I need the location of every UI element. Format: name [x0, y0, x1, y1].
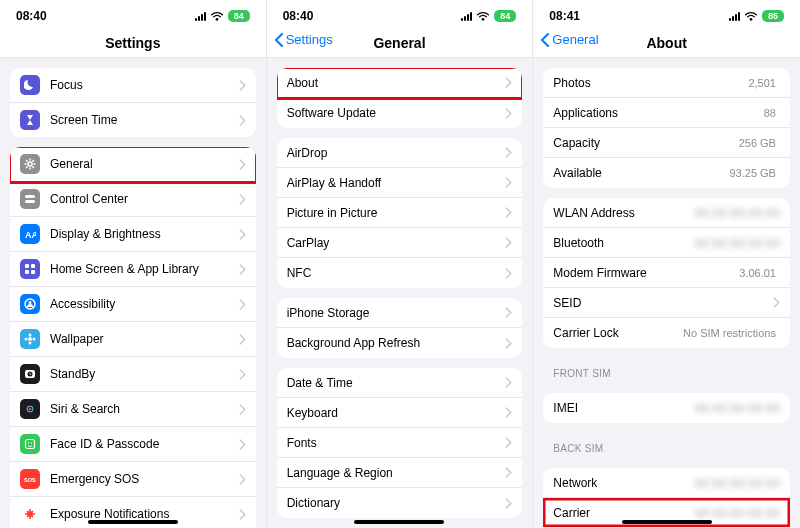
row-seid[interactable]: SEID: [543, 288, 790, 318]
chevron-right-icon: [239, 509, 246, 520]
screen-2: 08:4185GeneralAboutPhotos2,501Applicatio…: [533, 0, 800, 528]
row-about[interactable]: About: [277, 68, 523, 98]
row-label: AirDrop: [287, 146, 506, 160]
signal-icon: [729, 11, 740, 21]
row-pip[interactable]: Picture in Picture: [277, 198, 523, 228]
row-focus[interactable]: Focus: [10, 68, 256, 103]
home-indicator[interactable]: [88, 520, 178, 524]
flower-icon: [20, 329, 40, 349]
row-bg-refresh[interactable]: Background App Refresh: [277, 328, 523, 358]
row-label: Focus: [50, 78, 239, 92]
row-dictionary[interactable]: Dictionary: [277, 488, 523, 518]
row-photos[interactable]: Photos2,501: [543, 68, 790, 98]
home-indicator[interactable]: [354, 520, 444, 524]
row-sos[interactable]: Emergency SOS: [10, 462, 256, 497]
row-general[interactable]: General: [10, 147, 256, 182]
row-imei[interactable]: IMEIXX XX XX XX XX: [543, 393, 790, 423]
back-button[interactable]: General: [539, 32, 598, 47]
row-label: iPhone Storage: [287, 306, 506, 320]
chevron-right-icon: [505, 498, 512, 509]
chevron-right-icon: [239, 264, 246, 275]
nav-bar: Settings: [0, 28, 266, 58]
row-label: StandBy: [50, 367, 239, 381]
row-value: 2,501: [748, 77, 776, 89]
row-label: Face ID & Passcode: [50, 437, 239, 451]
row-display[interactable]: Display & Brightness: [10, 217, 256, 252]
status-time: 08:41: [549, 9, 580, 23]
hourglass-icon: [20, 110, 40, 130]
text-icon: [20, 224, 40, 244]
page-title: About: [646, 35, 686, 51]
chevron-right-icon: [505, 237, 512, 248]
row-label: Exposure Notifications: [50, 507, 239, 521]
row-fonts[interactable]: Fonts: [277, 428, 523, 458]
row-label: Carrier Lock: [553, 326, 683, 340]
row-home-screen[interactable]: Home Screen & App Library: [10, 252, 256, 287]
settings-group: Photos2,501Applications88Capacity256 GBA…: [543, 68, 790, 188]
row-value-hidden: XX XX XX XX XX: [694, 477, 780, 489]
row-airplay[interactable]: AirPlay & Handoff: [277, 168, 523, 198]
row-control-center[interactable]: Control Center: [10, 182, 256, 217]
chevron-right-icon: [505, 207, 512, 218]
status-bar: 08:4084: [267, 0, 533, 28]
signal-icon: [195, 11, 206, 21]
row-language[interactable]: Language & Region: [277, 458, 523, 488]
chevron-right-icon: [239, 369, 246, 380]
row-value-hidden: XX XX XX XX XX: [694, 507, 780, 519]
row-wallpaper[interactable]: Wallpaper: [10, 322, 256, 357]
row-label: AirPlay & Handoff: [287, 176, 506, 190]
section-header: BACK SIM: [533, 433, 800, 458]
chevron-right-icon: [239, 229, 246, 240]
row-apps[interactable]: Applications88: [543, 98, 790, 128]
clock-icon: [20, 364, 40, 384]
row-software-update[interactable]: Software Update: [277, 98, 523, 128]
home-indicator[interactable]: [622, 520, 712, 524]
screen-0: 08:4084SettingsFocusScreen TimeGeneralCo…: [0, 0, 267, 528]
chevron-right-icon: [505, 467, 512, 478]
row-siri[interactable]: Siri & Search: [10, 392, 256, 427]
row-keyboard[interactable]: Keyboard: [277, 398, 523, 428]
row-label: General: [50, 157, 239, 171]
row-value-hidden: XX XX XX XX XX: [694, 207, 780, 219]
settings-group: AboutSoftware Update: [277, 68, 523, 128]
chevron-right-icon: [505, 268, 512, 279]
chevron-right-icon: [505, 377, 512, 388]
row-iphone-storage[interactable]: iPhone Storage: [277, 298, 523, 328]
settings-group: IMEIXX XX XX XX XX: [543, 393, 790, 423]
row-label: Wallpaper: [50, 332, 239, 346]
row-bluetooth[interactable]: BluetoothXX XX XX XX XX: [543, 228, 790, 258]
row-label: NFC: [287, 266, 506, 280]
row-standby[interactable]: StandBy: [10, 357, 256, 392]
row-network[interactable]: NetworkXX XX XX XX XX: [543, 468, 790, 498]
row-accessibility[interactable]: Accessibility: [10, 287, 256, 322]
row-date-time[interactable]: Date & Time: [277, 368, 523, 398]
row-airdrop[interactable]: AirDrop: [277, 138, 523, 168]
wifi-icon: [744, 11, 758, 21]
chevron-left-icon: [539, 33, 551, 47]
row-nfc[interactable]: NFC: [277, 258, 523, 288]
row-screen-time[interactable]: Screen Time: [10, 103, 256, 137]
status-bar: 08:4084: [0, 0, 266, 28]
row-carrier-lock[interactable]: Carrier LockNo SIM restrictions: [543, 318, 790, 348]
chevron-right-icon: [505, 307, 512, 318]
chevron-right-icon: [239, 334, 246, 345]
settings-group: Date & TimeKeyboardFontsLanguage & Regio…: [277, 368, 523, 518]
row-label: Modem Firmware: [553, 266, 739, 280]
row-label: Siri & Search: [50, 402, 239, 416]
battery-indicator: 84: [494, 10, 516, 22]
chevron-right-icon: [505, 407, 512, 418]
row-label: Display & Brightness: [50, 227, 239, 241]
row-modem[interactable]: Modem Firmware3.06.01: [543, 258, 790, 288]
gear-icon: [20, 154, 40, 174]
row-carplay[interactable]: CarPlay: [277, 228, 523, 258]
row-label: WLAN Address: [553, 206, 694, 220]
chevron-left-icon: [273, 33, 285, 47]
row-available[interactable]: Available93.25 GB: [543, 158, 790, 188]
row-label: SEID: [553, 296, 773, 310]
back-button[interactable]: Settings: [273, 32, 333, 47]
wifi-icon: [210, 11, 224, 21]
row-capacity[interactable]: Capacity256 GB: [543, 128, 790, 158]
row-label: Photos: [553, 76, 748, 90]
row-wlan[interactable]: WLAN AddressXX XX XX XX XX: [543, 198, 790, 228]
row-faceid[interactable]: Face ID & Passcode: [10, 427, 256, 462]
